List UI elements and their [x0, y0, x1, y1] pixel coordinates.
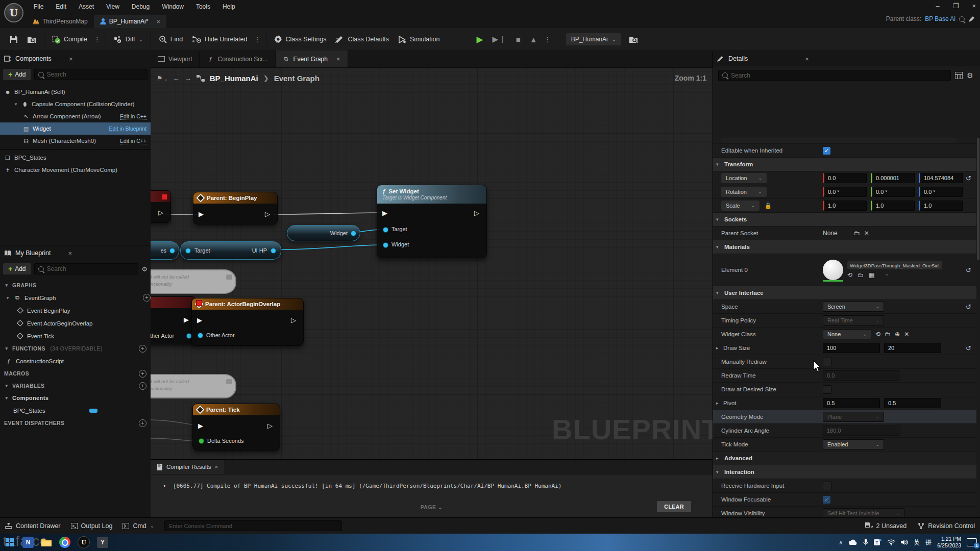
expander-icon[interactable]: ▾: [4, 283, 9, 288]
exec-pin[interactable]: ▶: [199, 211, 204, 217]
section-event-dispatchers[interactable]: EVENT DISPATCHERS+: [0, 417, 151, 429]
exec-pin[interactable]: ▶: [197, 317, 202, 323]
details-section-interaction[interactable]: ▾Interaction: [713, 465, 976, 479]
unsaved-button[interactable]: 2 Unsaved: [865, 522, 907, 530]
ime-language-icon[interactable]: 英: [914, 538, 920, 547]
microphone-icon[interactable]: [863, 539, 868, 546]
node-getter-es[interactable]: es: [151, 241, 179, 260]
browse-icon[interactable]: 🗀: [854, 230, 860, 237]
compile-options-button[interactable]: ⋮: [92, 36, 103, 43]
add-item-icon[interactable]: +: [139, 370, 146, 378]
eject-button[interactable]: ▲: [525, 32, 542, 47]
checkbox[interactable]: [823, 385, 831, 394]
node-header[interactable]: ƒSet WidgetTarget is Widget Component: [377, 185, 486, 204]
vector-field[interactable]: 0.0 °: [919, 187, 963, 197]
exec-pin[interactable]: ▷: [158, 209, 163, 216]
exec-pin[interactable]: ▷: [267, 422, 273, 429]
node-parent-overlap[interactable]: Parent: ActorBeginOverlap▶▷Other Actor: [191, 298, 304, 346]
data-pin-cyan[interactable]: [383, 228, 388, 232]
diff-button[interactable]: Diff ⌄: [109, 33, 148, 46]
my-blueprint-close-icon[interactable]: ×: [68, 249, 72, 257]
taskbar-clock[interactable]: 1:21 PM 6/25/2023: [937, 536, 961, 549]
my-blueprint-add-button[interactable]: + Add: [3, 263, 31, 274]
reset-to-default-icon[interactable]: ↺: [966, 344, 971, 352]
axis-label-dropdown[interactable]: Rotation⌄: [721, 187, 767, 197]
revision-control-button[interactable]: Revision Control: [918, 522, 975, 530]
data-pin-cyan[interactable]: [383, 243, 388, 247]
edit-parent-icon[interactable]: [968, 16, 975, 22]
compiler-results-tab[interactable]: Compiler Results ×: [151, 460, 224, 474]
details-row-draw-at-desired-size[interactable]: Draw at Desired Size: [713, 383, 976, 396]
graph-item-EventGraph[interactable]: ▾⧉EventGraph+: [0, 291, 151, 304]
details-row-window-focusable[interactable]: Window Focusable✓: [713, 493, 976, 507]
expander-icon[interactable]: ▾: [716, 162, 721, 167]
component-row-BP_HumanAi--Self-[interactable]: ☻BP_HumanAi (Self): [0, 86, 151, 98]
vector-field[interactable]: 0.0 °: [823, 187, 867, 197]
my-blueprint-settings-icon[interactable]: ⚙: [141, 265, 148, 273]
find-button[interactable]: Find: [154, 32, 187, 46]
expander-icon[interactable]: ▾: [716, 290, 721, 295]
asset-tab-BP_HumanAi[interactable]: BP_HumanAi*×: [94, 15, 166, 28]
expander-icon[interactable]: ▾: [716, 244, 721, 249]
details-row-draw-size[interactable]: ▸Draw Size10020↺: [713, 341, 976, 355]
add-item-icon[interactable]: +: [143, 294, 151, 302]
numeric-field[interactable]: 0.5: [884, 398, 941, 408]
dropdown[interactable]: Self Hit Test Invisible⌄: [823, 508, 904, 517]
y-icon[interactable]: Y: [97, 537, 108, 548]
exec-pin[interactable]: ▶: [198, 422, 203, 429]
data-pin-cyan[interactable]: [187, 334, 191, 338]
expander-icon[interactable]: ▸: [716, 345, 721, 350]
details-row-receive-hardware-input[interactable]: Receive Hardware Input: [713, 479, 976, 493]
event-graph-canvas[interactable]: ⚑ ⌄ ← → BP_HumanAi ❯ Event Graph Zoom 1:…: [151, 68, 713, 459]
class-settings-button[interactable]: Class Settings: [270, 32, 331, 46]
breadcrumb-current[interactable]: Event Graph: [274, 74, 320, 83]
lock-icon[interactable]: 🔓: [765, 203, 772, 209]
tray-expand-icon[interactable]: ∧: [839, 539, 843, 546]
expander-icon[interactable]: ▾: [5, 295, 10, 300]
minimize-button[interactable]: –: [936, 2, 940, 10]
checkbox[interactable]: [823, 482, 831, 490]
expander-icon[interactable]: ▸: [716, 456, 721, 461]
expander-icon[interactable]: ▸: [716, 400, 721, 406]
exec-pin[interactable]: ▷: [474, 210, 479, 216]
numeric-field[interactable]: 0.5: [823, 398, 880, 408]
data-pin-cyan[interactable]: [186, 248, 190, 253]
folder-icon[interactable]: [41, 537, 52, 548]
menu-help[interactable]: Help: [217, 2, 240, 12]
variable-row-BPC_States[interactable]: BPC_States: [0, 404, 151, 417]
node-header[interactable]: inOverlap: [151, 297, 196, 308]
node-parent-beginplay[interactable]: Parent: BeginPlay▶▷: [193, 192, 278, 224]
start-icon[interactable]: [4, 537, 15, 548]
details-row-scale[interactable]: Scale⌄🔓1.01.01.0: [713, 199, 976, 213]
graph-item-Event-ActorBeginOverlap[interactable]: Event ActorBeginOverlap: [0, 317, 151, 330]
dropdown[interactable]: Real Time⌄: [823, 315, 884, 325]
browse-icon[interactable]: 🗀: [885, 331, 891, 338]
breadcrumb-root[interactable]: BP_HumanAi: [210, 74, 258, 83]
stop-button[interactable]: ■: [511, 32, 525, 47]
simulation-button[interactable]: Simulation: [394, 33, 444, 46]
numeric-field[interactable]: 100: [823, 343, 880, 353]
node-set-widget[interactable]: ƒSet WidgetTarget is Widget Component▶▷T…: [377, 185, 487, 258]
menu-asset[interactable]: Asset: [74, 2, 99, 12]
details-row-space[interactable]: SpaceScreen⌄↺: [713, 300, 976, 314]
use-selected-icon[interactable]: ⟲: [875, 331, 880, 338]
exec-pin[interactable]: ▷: [265, 211, 270, 217]
play-button[interactable]: ▶: [472, 31, 487, 48]
onedrive-icon[interactable]: [848, 539, 857, 545]
section-macros[interactable]: MACROS+: [0, 367, 151, 380]
section-components[interactable]: ▾Components: [0, 392, 151, 404]
details-close-icon[interactable]: ×: [805, 55, 809, 63]
data-pin-cyan[interactable]: [170, 248, 175, 253]
checkbox[interactable]: ✓: [823, 496, 830, 504]
frame-skip-button[interactable]: ▶ ▏: [487, 32, 511, 47]
browse-asset-button[interactable]: [22, 33, 41, 46]
expander-icon[interactable]: ▾: [4, 383, 9, 388]
use-selected-icon[interactable]: ⟲: [847, 271, 852, 279]
dropdown[interactable]: Plane⌄: [823, 412, 884, 422]
details-row-widget-class[interactable]: Widget ClassNone⌄⟲🗀⊕✕: [713, 328, 976, 341]
parent-class-link[interactable]: BP Base Ai: [925, 15, 955, 22]
details-section-transform[interactable]: ▾Transform: [713, 158, 976, 171]
expander-icon[interactable]: ▾: [716, 217, 721, 222]
components-add-button[interactable]: + Add: [3, 69, 31, 80]
my-blueprint-search-input[interactable]: Search: [34, 263, 139, 274]
